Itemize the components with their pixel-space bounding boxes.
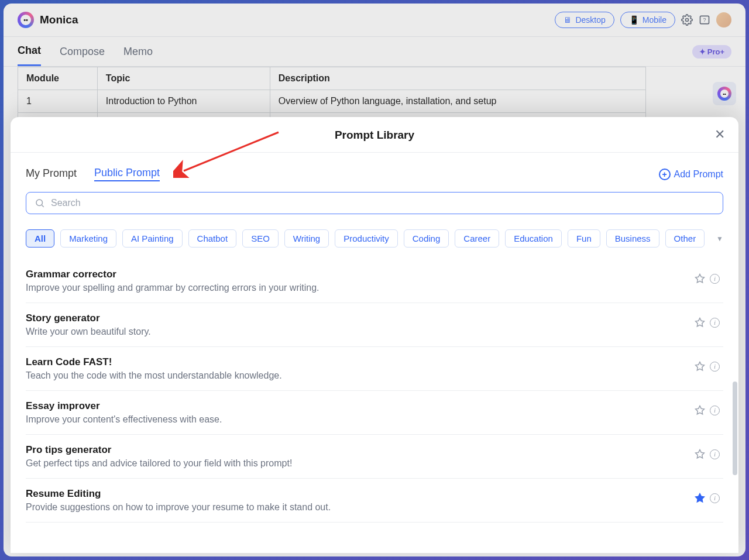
prompt-list: Grammar corrector Improve your spelling … (26, 259, 723, 523)
avatar[interactable] (716, 12, 731, 28)
modal-header: Prompt Library ✕ (11, 117, 738, 153)
desktop-label: Desktop (575, 15, 605, 25)
side-logo-icon[interactable]: •• (713, 82, 736, 105)
svg-marker-10 (696, 494, 705, 502)
filter-all[interactable]: All (26, 229, 54, 248)
filter-row: All Marketing AI Painting Chatbot SEO Wr… (26, 229, 723, 248)
star-icon[interactable] (695, 405, 705, 415)
plus-circle-icon: + (659, 169, 671, 180)
prompt-item[interactable]: Resume Editing Provide suggestions on ho… (26, 479, 723, 523)
prompt-desc: Improve your spelling and grammar by cor… (26, 283, 695, 293)
prompt-desc: Get perfect tips and advice tailored to … (26, 458, 695, 469)
prompt-title: Grammar corrector (26, 269, 695, 280)
star-icon[interactable] (695, 449, 705, 459)
td-topic: Introduction to Python (97, 90, 270, 113)
desktop-button[interactable]: 🖥 Desktop (555, 12, 614, 28)
scrollbar[interactable] (733, 382, 737, 475)
sparkle-icon: ✦ (699, 47, 706, 56)
svg-marker-7 (696, 362, 705, 370)
add-prompt-button[interactable]: + Add Prompt (659, 169, 723, 180)
tab-chat[interactable]: Chat (18, 37, 41, 66)
th-module: Module (18, 67, 98, 90)
svg-text:?: ? (703, 17, 706, 23)
close-icon[interactable]: ✕ (713, 128, 727, 142)
td-module: 1 (18, 90, 98, 113)
info-icon[interactable]: i (710, 449, 720, 459)
td-desc: Overview of Python language, installatio… (270, 90, 645, 113)
prompt-desc: Write your own beautiful story. (26, 327, 695, 337)
help-icon[interactable]: ? (699, 14, 710, 26)
info-icon[interactable]: i (710, 493, 720, 503)
prompt-title: Story generator (26, 312, 695, 324)
star-icon[interactable] (695, 317, 705, 328)
svg-point-3 (36, 200, 43, 206)
search-icon (35, 198, 45, 208)
star-icon[interactable] (695, 361, 705, 372)
prompt-tabs: My Prompt Public Prompt + Add Prompt (26, 167, 723, 181)
svg-marker-9 (696, 450, 705, 458)
filter-career[interactable]: Career (455, 229, 499, 248)
filter-writing[interactable]: Writing (284, 229, 329, 248)
side-icons: •• (713, 82, 736, 105)
filter-other[interactable]: Other (665, 229, 705, 248)
prompt-desc: Provide suggestions on how to improve yo… (26, 502, 695, 513)
prompt-desc: Teach you the code with the most underst… (26, 370, 695, 381)
svg-line-4 (42, 205, 43, 207)
info-icon[interactable]: i (710, 318, 720, 328)
filter-business[interactable]: Business (606, 229, 659, 248)
info-icon[interactable]: i (710, 406, 720, 415)
modal-title: Prompt Library (26, 129, 723, 142)
main-tabs: Chat Compose Memo ✦ Pro+ (4, 37, 745, 67)
svg-marker-8 (696, 406, 705, 414)
svg-marker-6 (696, 318, 705, 327)
prompt-item[interactable]: Pro tips generator Get perfect tips and … (26, 435, 723, 479)
star-icon[interactable] (695, 493, 705, 503)
svg-point-0 (686, 19, 689, 22)
add-prompt-label: Add Prompt (674, 169, 723, 180)
prompt-title: Pro tips generator (26, 444, 695, 456)
star-icon[interactable] (695, 273, 705, 284)
search-box[interactable] (26, 192, 723, 214)
prompt-library-modal: Prompt Library ✕ My Prompt Public Prompt… (11, 117, 738, 553)
filter-chatbot[interactable]: Chatbot (188, 229, 237, 248)
filter-seo[interactable]: SEO (242, 229, 279, 248)
filter-coding[interactable]: Coding (404, 229, 449, 248)
search-input[interactable] (51, 198, 714, 208)
mobile-label: Mobile (643, 15, 666, 25)
logo-icon: •• (18, 12, 34, 28)
prompt-item[interactable]: Essay improver Improve your content's ef… (26, 391, 723, 435)
th-description: Description (270, 67, 645, 90)
filter-ai-painting[interactable]: AI Painting (122, 229, 183, 248)
th-topic: Topic (97, 67, 270, 90)
tab-my-prompt[interactable]: My Prompt (26, 167, 77, 181)
filter-marketing[interactable]: Marketing (60, 229, 116, 248)
desktop-icon: 🖥 (564, 15, 572, 25)
prompt-title: Learn Code FAST! (26, 356, 695, 368)
pro-badge[interactable]: ✦ Pro+ (692, 45, 731, 59)
filter-productivity[interactable]: Productivity (335, 229, 398, 248)
chevron-down-icon[interactable]: ▼ (716, 235, 723, 243)
app-header: •• Monica 🖥 Desktop 📱 Mobile ? (4, 4, 745, 37)
info-icon[interactable]: i (710, 274, 720, 284)
prompt-item[interactable]: Learn Code FAST! Teach you the code with… (26, 347, 723, 391)
svg-marker-5 (696, 274, 705, 283)
tab-memo[interactable]: Memo (123, 38, 153, 66)
app-logo: •• Monica (18, 12, 78, 28)
settings-icon[interactable] (681, 14, 693, 26)
mobile-icon: 📱 (629, 15, 639, 25)
prompt-item[interactable]: Story generator Write your own beautiful… (26, 303, 723, 347)
prompt-title: Resume Editing (26, 488, 695, 500)
filter-fun[interactable]: Fun (568, 229, 600, 248)
prompt-desc: Improve your content's effectiveness wit… (26, 414, 695, 425)
prompt-title: Essay improver (26, 400, 695, 412)
prompt-item[interactable]: Grammar corrector Improve your spelling … (26, 259, 723, 303)
tab-compose[interactable]: Compose (60, 38, 105, 66)
filter-education[interactable]: Education (505, 229, 562, 248)
pro-label: Pro+ (707, 47, 724, 56)
mobile-button[interactable]: 📱 Mobile (620, 12, 675, 28)
app-name: Monica (40, 13, 78, 26)
tab-public-prompt[interactable]: Public Prompt (94, 167, 160, 181)
info-icon[interactable]: i (710, 362, 720, 372)
